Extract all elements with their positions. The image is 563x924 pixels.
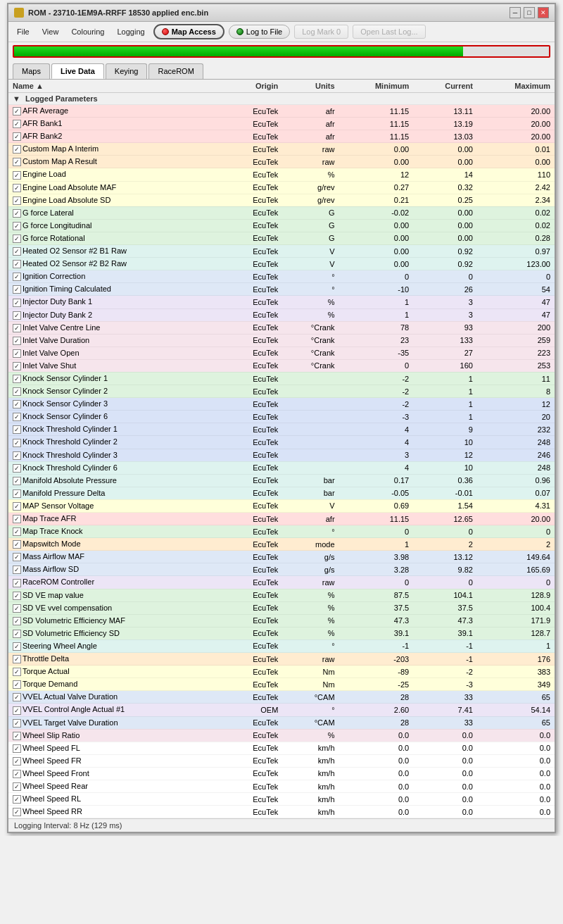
row-current-cell: 12 xyxy=(413,449,477,461)
row-origin-cell: EcuTek xyxy=(223,423,282,436)
tab-live-data[interactable]: Live Data xyxy=(51,63,104,79)
row-checkbox[interactable]: ✓ xyxy=(13,209,21,218)
row-name-text: Wheel Speed RL xyxy=(23,794,81,803)
row-checkbox[interactable]: ✓ xyxy=(13,642,21,651)
row-checkbox[interactable]: ✓ xyxy=(13,299,21,307)
row-checkbox[interactable]: ✓ xyxy=(13,311,21,320)
row-origin-cell: EcuTek xyxy=(223,793,282,806)
row-current-cell: 0 xyxy=(413,525,477,538)
row-checkbox[interactable]: ✓ xyxy=(13,349,21,358)
row-checkbox[interactable]: ✓ xyxy=(13,477,21,485)
row-units-cell: raw xyxy=(282,143,339,156)
tab-keying[interactable]: Keying xyxy=(106,63,148,79)
row-max-cell: 2.42 xyxy=(477,181,555,194)
row-checkbox[interactable]: ✓ xyxy=(13,553,21,561)
col-header-name[interactable]: Name ▲ xyxy=(8,80,223,93)
row-checkbox[interactable]: ✓ xyxy=(13,387,21,396)
row-checkbox[interactable]: ✓ xyxy=(13,757,21,766)
row-checkbox[interactable]: ✓ xyxy=(13,719,21,728)
row-origin-cell: EcuTek xyxy=(223,563,282,576)
row-name-cell: ✓G force Lateral xyxy=(8,206,223,219)
close-button[interactable]: ✕ xyxy=(538,7,549,18)
row-max-cell: 128.9 xyxy=(477,589,555,601)
row-checkbox[interactable]: ✓ xyxy=(13,617,21,625)
row-checkbox[interactable]: ✓ xyxy=(13,247,21,256)
row-checkbox[interactable]: ✓ xyxy=(13,171,21,180)
row-checkbox[interactable]: ✓ xyxy=(13,489,21,498)
menu-logging[interactable]: Logging xyxy=(113,26,148,37)
table-row: ✓Heated O2 Sensor #2 B1 RawEcuTekV0.000.… xyxy=(8,245,555,258)
row-checkbox[interactable]: ✓ xyxy=(13,680,21,689)
row-origin-cell: EcuTek xyxy=(223,806,282,818)
row-checkbox[interactable]: ✓ xyxy=(13,464,21,473)
row-checkbox[interactable]: ✓ xyxy=(13,439,21,447)
tab-maps[interactable]: Maps xyxy=(13,63,50,79)
row-name-cell: ✓SD VE vvel compensation xyxy=(8,601,223,614)
row-checkbox[interactable]: ✓ xyxy=(13,273,21,281)
row-checkbox[interactable]: ✓ xyxy=(13,566,21,574)
row-checkbox[interactable]: ✓ xyxy=(13,375,21,383)
row-checkbox[interactable]: ✓ xyxy=(13,145,21,154)
row-current-cell: 3 xyxy=(413,296,477,308)
row-checkbox[interactable]: ✓ xyxy=(13,540,21,549)
row-checkbox[interactable]: ✓ xyxy=(13,260,21,268)
row-checkbox[interactable]: ✓ xyxy=(13,502,21,511)
row-min-cell: 0.27 xyxy=(339,181,414,194)
row-checkbox[interactable]: ✓ xyxy=(13,706,21,715)
row-checkbox[interactable]: ✓ xyxy=(13,693,21,701)
row-min-cell: 0.00 xyxy=(339,143,414,156)
tab-racerom[interactable]: RaceROM xyxy=(148,63,203,79)
row-checkbox[interactable]: ✓ xyxy=(13,744,21,753)
minimize-button[interactable]: ─ xyxy=(510,7,521,18)
row-checkbox[interactable]: ✓ xyxy=(13,120,21,128)
menu-file[interactable]: File xyxy=(13,26,34,37)
row-checkbox[interactable]: ✓ xyxy=(13,604,21,613)
row-checkbox[interactable]: ✓ xyxy=(13,132,21,141)
maximize-button[interactable]: □ xyxy=(524,7,535,18)
row-units-cell: °Crank xyxy=(282,321,339,334)
map-access-button[interactable]: Map Access xyxy=(153,24,224,39)
row-checkbox[interactable]: ✓ xyxy=(13,413,21,421)
row-checkbox[interactable]: ✓ xyxy=(13,655,21,663)
row-checkbox[interactable]: ✓ xyxy=(13,222,21,230)
row-current-cell: 0.0 xyxy=(413,793,477,806)
row-checkbox[interactable]: ✓ xyxy=(13,196,21,205)
row-checkbox[interactable]: ✓ xyxy=(13,235,21,243)
row-checkbox[interactable]: ✓ xyxy=(13,158,21,166)
row-checkbox[interactable]: ✓ xyxy=(13,527,21,536)
menu-colouring[interactable]: Colouring xyxy=(67,26,108,37)
group-expand-icon[interactable]: ▼ xyxy=(13,94,20,103)
row-checkbox[interactable]: ✓ xyxy=(13,324,21,332)
row-checkbox[interactable]: ✓ xyxy=(13,425,21,434)
row-checkbox[interactable]: ✓ xyxy=(13,107,21,116)
table-row: ✓Knock Threshold Cylinder 6EcuTek410248 xyxy=(8,461,555,474)
row-checkbox[interactable]: ✓ xyxy=(13,732,21,740)
row-checkbox[interactable]: ✓ xyxy=(13,400,21,408)
row-min-cell: -1 xyxy=(339,639,414,652)
row-checkbox[interactable]: ✓ xyxy=(13,592,21,600)
row-checkbox[interactable]: ✓ xyxy=(13,630,21,638)
row-checkbox[interactable]: ✓ xyxy=(13,337,21,345)
row-min-cell: 37.5 xyxy=(339,601,414,614)
row-checkbox[interactable]: ✓ xyxy=(13,184,21,192)
row-checkbox[interactable]: ✓ xyxy=(13,515,21,523)
row-checkbox[interactable]: ✓ xyxy=(13,362,21,370)
row-current-cell: 104.1 xyxy=(413,589,477,601)
log-to-file-button[interactable]: Log to File xyxy=(229,25,290,39)
row-checkbox[interactable]: ✓ xyxy=(13,579,21,587)
row-checkbox[interactable]: ✓ xyxy=(13,668,21,676)
row-checkbox[interactable]: ✓ xyxy=(13,808,21,816)
row-checkbox[interactable]: ✓ xyxy=(13,285,21,294)
row-name-cell: ✓AFR Bank1 xyxy=(8,118,223,130)
row-name-text: Wheel Speed Front xyxy=(23,769,89,778)
row-checkbox[interactable]: ✓ xyxy=(13,451,21,460)
row-name-text: Torque Demand xyxy=(23,680,77,688)
row-checkbox[interactable]: ✓ xyxy=(13,770,21,778)
menu-view[interactable]: View xyxy=(38,26,63,37)
row-checkbox[interactable]: ✓ xyxy=(13,782,21,791)
row-name-cell: ✓Knock Sensor Cylinder 6 xyxy=(8,411,223,423)
data-table-container: Name ▲ Origin Units Minimum Current Maxi… xyxy=(8,80,555,818)
row-checkbox[interactable]: ✓ xyxy=(13,795,21,804)
row-current-cell: 0 xyxy=(413,270,477,283)
row-origin-cell: EcuTek xyxy=(223,614,282,627)
